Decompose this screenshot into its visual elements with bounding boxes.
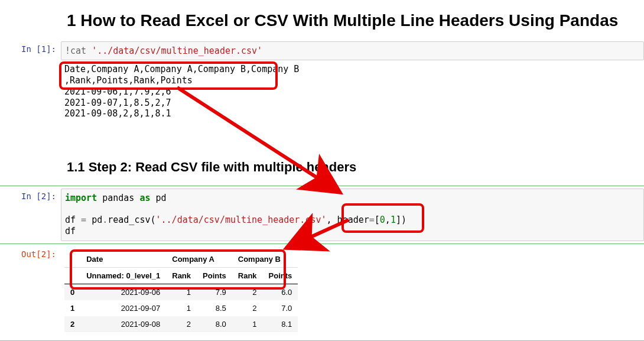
num-1: 1	[391, 215, 396, 225]
input-prompt-2: In [2]:	[0, 189, 61, 204]
code-area-1: !cat '../data/csv/multine_header.csv' Da…	[61, 41, 644, 142]
th: Unnamed: 0_level_1	[80, 267, 166, 284]
stdout-1: Date,Company A,Company A,Company B,Compa…	[61, 60, 644, 141]
cell: 2	[166, 316, 197, 332]
kw-as: as	[139, 193, 150, 203]
th: Rank	[166, 267, 197, 284]
out-line-5: 2021-09-08,2,8,1,8.1	[64, 108, 171, 119]
output-cell-2: Out[2]: Date Company A Company B Unnamed…	[0, 246, 644, 332]
cell: 7.9	[197, 284, 232, 300]
prompt-empty	[0, 0, 61, 6]
code-input-1[interactable]: !cat '../data/csv/multine_header.csv'	[61, 41, 644, 61]
op-eq2: =	[369, 215, 375, 225]
cell: 7.0	[263, 300, 298, 316]
path-str: '../data/csv/multine_header.csv'	[156, 215, 327, 225]
code-area-2: import pandas as pd df = pd.read_csv('..…	[61, 189, 644, 241]
code-bang: !cat	[65, 46, 92, 56]
code-input-2[interactable]: import pandas as pd df = pd.read_csv('..…	[61, 189, 644, 241]
row-index: 2	[64, 316, 80, 332]
table-header-row-sub: Unnamed: 0_level_1 Rank Points Rank Poin…	[64, 267, 298, 284]
selected-cell-border: In [2]: import pandas as pd df = pd.read…	[0, 186, 644, 244]
th: Company A	[166, 251, 232, 268]
cell: 8.0	[197, 316, 232, 332]
op-dot: .	[102, 215, 108, 225]
code-cell-1: In [1]: !cat '../data/csv/multine_header…	[0, 41, 644, 142]
op-eq: =	[81, 215, 86, 225]
markdown-cell-1: 1 How to Read Excel or CSV With Multiple…	[0, 0, 644, 41]
cell: 1	[166, 284, 197, 300]
prompt-empty-2	[0, 142, 61, 148]
th	[64, 251, 80, 268]
cell: 2	[232, 300, 263, 316]
cell: 8.5	[197, 300, 232, 316]
cell: 2021-09-06	[80, 284, 166, 300]
table-row: 0 2021-09-06 1 7.9 2 6.0	[64, 284, 298, 300]
th: Points	[197, 267, 232, 284]
row-index: 0	[64, 284, 80, 300]
th: Points	[263, 267, 298, 284]
dataframe-table: Date Company A Company B Unnamed: 0_leve…	[64, 251, 298, 332]
page: 1 How to Read Excel or CSV With Multiple…	[0, 0, 644, 341]
cell: 1	[166, 300, 197, 316]
out-line-3: 2021-09-06,1,7.9,2,6	[64, 86, 171, 97]
cell: 8.1	[263, 316, 298, 332]
th: Date	[80, 251, 166, 268]
table-row: 1 2021-09-07 1 8.5 2 7.0	[64, 300, 298, 316]
fn-readcsv: read_csv(	[108, 215, 155, 225]
out-line-4: 2021-09-07,1,8.5,2,7	[64, 98, 171, 108]
section-title: 1.1 Step 2: Read CSV file with multiple …	[67, 160, 638, 175]
page-title: 1 How to Read Excel or CSV With Multiple…	[67, 11, 638, 31]
output-area-2: Date Company A Company B Unnamed: 0_leve…	[61, 246, 644, 332]
row-index: 1	[64, 300, 80, 316]
comma: ,	[327, 215, 337, 225]
input-prompt-1: In [1]:	[0, 41, 61, 57]
cell: 1	[232, 316, 263, 332]
mod-pandas: pandas	[97, 193, 139, 203]
num-0: 0	[380, 215, 385, 225]
cell: 6.0	[263, 284, 298, 300]
code-path: '../data/csv/multine_header.csv'	[92, 46, 262, 56]
pd-ref: pd	[86, 215, 102, 225]
table-row: 2 2021-09-08 2 8.0 1 8.1	[64, 316, 298, 332]
kw-header: header	[337, 215, 369, 225]
kw-import: import	[65, 193, 97, 203]
code-cell-2: In [2]: import pandas as pd df = pd.read…	[0, 186, 644, 243]
th	[64, 267, 80, 284]
comma2: ,	[385, 215, 391, 225]
th: Company B	[232, 251, 298, 268]
alias-pd: pd	[151, 193, 167, 203]
markdown-content-1: 1 How to Read Excel or CSV With Multiple…	[61, 0, 644, 41]
out-line-1: Date,Company A,Company A,Company B,Compa…	[64, 64, 299, 74]
df-expr: df	[65, 226, 76, 236]
out-line-2: ,Rank,Points,Rank,Points	[64, 75, 193, 86]
th: Rank	[232, 267, 263, 284]
markdown-content-2: 1.1 Step 2: Read CSV file with multiple …	[61, 142, 644, 186]
output-prompt-2: Out[2]:	[0, 246, 61, 262]
markdown-cell-2: 1.1 Step 2: Read CSV file with multiple …	[0, 142, 644, 186]
br-open: [	[375, 215, 380, 225]
cell: 2021-09-08	[80, 316, 166, 332]
df-var: df	[65, 215, 81, 225]
table-header-row-top: Date Company A Company B	[64, 251, 298, 268]
br-close: ])	[396, 215, 406, 225]
cell: 2021-09-07	[80, 300, 166, 316]
cell: 2	[232, 284, 263, 300]
